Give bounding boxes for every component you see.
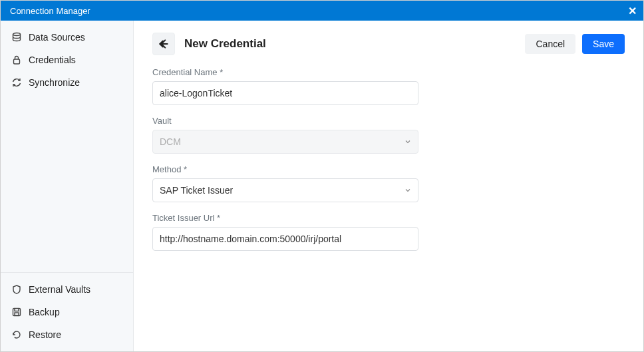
method-select-wrap: SAP Ticket Issuer	[152, 178, 418, 202]
window-title: Connection Manager	[10, 6, 90, 16]
sidebar-item-label: External Vaults	[29, 284, 90, 295]
field-credential-name: Credential Name *	[152, 67, 418, 105]
field-ticket-url: Ticket Issuer Url *	[152, 213, 418, 251]
sidebar-item-label: Credentials	[29, 55, 76, 65]
sidebar-item-backup[interactable]: Backup	[1, 301, 133, 323]
method-label: Method *	[152, 164, 418, 174]
sidebar-item-label: Synchronize	[29, 77, 80, 88]
svg-rect-3	[15, 313, 19, 315]
main: New Credential Cancel Save Credential Na…	[134, 21, 643, 351]
sidebar-item-label: Backup	[29, 307, 60, 317]
ticket-url-label: Ticket Issuer Url *	[152, 213, 418, 223]
body: Data Sources Credentials Synchronize	[1, 21, 643, 351]
credential-name-label: Credential Name *	[152, 67, 418, 77]
cancel-button[interactable]: Cancel	[525, 34, 575, 54]
header-left: New Credential	[152, 33, 266, 55]
svg-rect-2	[13, 309, 21, 316]
sidebar: Data Sources Credentials Synchronize	[1, 21, 134, 351]
svg-point-0	[13, 33, 21, 36]
sidebar-item-synchronize[interactable]: Synchronize	[1, 71, 133, 94]
form: Credential Name * Vault DCM	[152, 67, 418, 262]
method-select[interactable]: SAP Ticket Issuer	[152, 178, 418, 202]
titlebar: Connection Manager ✕	[1, 1, 643, 21]
vault-label: Vault	[152, 116, 418, 126]
credential-name-input[interactable]	[152, 81, 418, 105]
sidebar-item-external-vaults[interactable]: External Vaults	[1, 278, 133, 301]
vault-select: DCM	[152, 130, 418, 154]
shield-icon	[11, 284, 22, 295]
sidebar-item-credentials[interactable]: Credentials	[1, 49, 133, 71]
save-button[interactable]: Save	[582, 34, 625, 54]
restore-icon	[11, 329, 22, 340]
header-row: New Credential Cancel Save	[152, 33, 625, 55]
field-vault: Vault DCM	[152, 116, 418, 154]
back-button[interactable]	[152, 33, 175, 55]
svg-rect-1	[14, 59, 20, 64]
sidebar-item-data-sources[interactable]: Data Sources	[1, 26, 133, 49]
sidebar-item-label: Data Sources	[29, 32, 85, 43]
lock-icon	[11, 55, 22, 65]
save-icon	[11, 307, 22, 317]
sidebar-item-label: Restore	[29, 329, 61, 340]
header-right: Cancel Save	[525, 34, 625, 54]
sidebar-bottom: External Vaults Backup Restore	[1, 272, 133, 351]
sync-icon	[11, 77, 22, 88]
ticket-url-input[interactable]	[152, 227, 418, 251]
sidebar-top: Data Sources Credentials Synchronize	[1, 21, 133, 99]
vault-select-wrap: DCM	[152, 130, 418, 154]
database-icon	[11, 32, 22, 43]
close-icon[interactable]: ✕	[628, 5, 637, 17]
window: Connection Manager ✕ Data Sources Creden…	[0, 0, 644, 352]
page-title: New Credential	[184, 37, 266, 51]
arrow-left-icon	[158, 38, 170, 50]
sidebar-item-restore[interactable]: Restore	[1, 323, 133, 346]
field-method: Method * SAP Ticket Issuer	[152, 164, 418, 202]
